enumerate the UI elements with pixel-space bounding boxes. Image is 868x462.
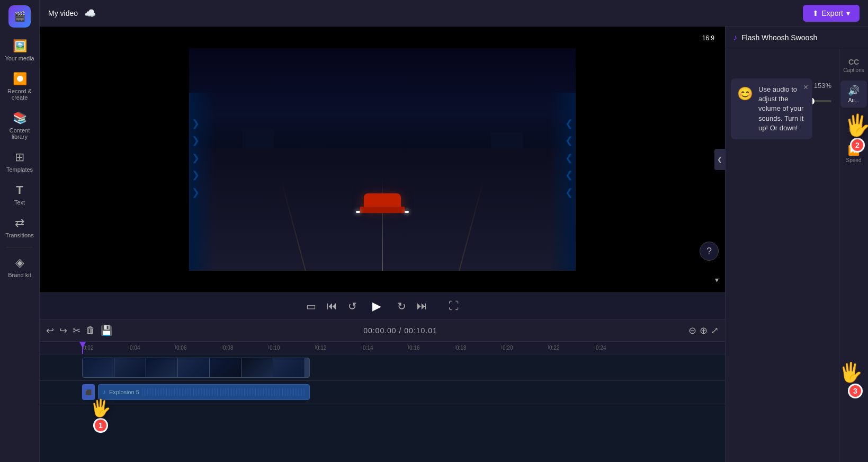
video-track-content[interactable]	[82, 354, 725, 380]
fast-forward-button[interactable]: ↻	[397, 300, 406, 313]
audio-clip-name: Explosion 5	[109, 389, 139, 395]
ruler-mark: 0:20	[502, 345, 548, 351]
clip-thumbnail-3	[146, 358, 178, 377]
timeline-time-display: 00:00.00 / 00:10.01	[118, 326, 683, 335]
sidebar-label-templates: Templates	[6, 166, 33, 173]
sidebar-label-transitions: Transitions	[5, 232, 33, 238]
zoom-out-button[interactable]: ⊖	[688, 325, 696, 336]
ruler-marks: 0:02 0:04 0:06 0:08 0:10 0:12 0:14 0:16 …	[82, 345, 683, 351]
sidebar-item-text[interactable]: T Text	[2, 179, 38, 210]
sidebar-item-brand-kit[interactable]: ◈ Brand kit	[2, 252, 38, 282]
road-scene: ❯❯❯❯❯ ❮❮❮❮❮	[189, 48, 576, 271]
tab-audio[interactable]: 🔊 Au...	[840, 81, 867, 108]
brand-kit-icon: ◈	[15, 256, 24, 270]
video-frame: ❯❯❯❯❯ ❮❮❮❮❮	[189, 48, 576, 271]
clip-thumbnail-6	[241, 358, 273, 377]
audio-clip-handle[interactable]: ⬛	[82, 384, 95, 400]
help-button[interactable]: ?	[700, 242, 719, 261]
clip-thumbnail-2	[114, 358, 146, 377]
audio-track-row: ⬛ ♪ Explosion 5	[40, 381, 725, 404]
cut-button[interactable]: ✂	[73, 325, 80, 336]
text-icon: T	[16, 183, 23, 197]
right-panel: ♪ Flash Whoosh Swoosh 😊 Use audio to adj…	[725, 26, 868, 462]
volume-percent: 153%	[814, 82, 831, 90]
audio-icon: 🔊	[848, 85, 860, 96]
timeline-tracks: ⬛ ♪ Explosion 5 🖐️	[40, 354, 725, 462]
step-badge-2: 2	[850, 138, 865, 153]
export-icon: ⬆	[812, 9, 819, 17]
undo-button[interactable]: ↩	[46, 325, 54, 336]
ruler-mark: 0:04	[129, 345, 175, 351]
video-clip[interactable]	[82, 358, 310, 378]
redo-button[interactable]: ↪	[59, 325, 67, 336]
video-track-row	[40, 354, 725, 381]
chevron-down-icon[interactable]: ▾	[715, 276, 719, 284]
rewind-button[interactable]: ↺	[348, 300, 357, 313]
right-panel-tabs: CC Captions 🔊 Au... 〰 Fa... ⏩ Speed	[839, 49, 868, 462]
main-area: My video ☁️ ⬆ Export ▾	[40, 0, 868, 462]
right-panel-content: 😊 Use audio to adjust the volume of your…	[726, 49, 839, 462]
clip-thumbnail-1	[83, 358, 114, 377]
audio-clip[interactable]: ♪ Explosion 5	[98, 384, 310, 400]
delete-button[interactable]: 🗑	[86, 325, 95, 336]
ruler-mark: 0:16	[408, 345, 455, 351]
templates-icon: ⊞	[15, 150, 24, 164]
cursor-hand-2: 🖐️	[844, 113, 868, 138]
transitions-icon: ⇄	[15, 216, 24, 230]
ruler-mark: 0:18	[455, 345, 502, 351]
record-create-icon: ⏺️	[13, 72, 27, 86]
audio-track-content[interactable]: ⬛ ♪ Explosion 5	[82, 381, 725, 404]
sidebar-item-content-library[interactable]: 📚 Content library	[2, 107, 38, 144]
clip-thumbnail-7	[273, 358, 305, 377]
ruler-mark: 0:02	[82, 345, 129, 351]
audio-waveform	[142, 388, 305, 396]
zoom-in-button[interactable]: ⊕	[700, 325, 708, 336]
ruler-mark: 0:06	[175, 345, 222, 351]
step-badge-3: 3	[848, 384, 863, 398]
video-container: ❯❯❯❯❯ ❮❮❮❮❮ 16:9 ? ▾ ❮	[40, 26, 725, 292]
music-note-icon: ♪	[103, 388, 106, 396]
timeline-ruler: 0:02 0:04 0:06 0:08 0:10 0:12 0:14 0:16 …	[40, 342, 725, 354]
sidebar-item-templates[interactable]: ⊞ Templates	[2, 146, 38, 177]
sidebar-item-transitions[interactable]: ⇄ Transitions	[2, 212, 38, 243]
skip-to-start-button[interactable]: ⏮	[327, 300, 337, 312]
project-title[interactable]: My video	[48, 9, 78, 17]
playhead[interactable]	[82, 342, 83, 354]
sidebar-item-your-media[interactable]: 🖼️ Your media	[2, 35, 38, 66]
tooltip-emoji: 😊	[737, 85, 753, 133]
fullscreen-button[interactable]: ⛶	[449, 300, 459, 312]
expand-timeline-button[interactable]: ⤢	[711, 325, 719, 336]
tab-captions[interactable]: CC Captions	[840, 54, 867, 77]
skip-to-end-button[interactable]: ⏭	[417, 300, 427, 312]
your-media-icon: 🖼️	[13, 39, 27, 53]
right-panel-header: ♪ Flash Whoosh Swoosh	[726, 26, 868, 49]
cursor-annotation-3: 🖐️ 3	[839, 361, 863, 398]
cloud-save-icon[interactable]: ☁️	[84, 7, 96, 19]
sidebar-label-brand-kit: Brand kit	[8, 272, 31, 278]
clip-thumbnail-4	[178, 358, 210, 377]
tooltip-close-button[interactable]: ×	[803, 82, 808, 93]
captions-label: Captions	[843, 67, 864, 73]
play-button[interactable]: ▶	[368, 297, 387, 316]
tooltip-text: Use audio to adjust the volume of your s…	[758, 85, 806, 133]
ruler-mark: 0:14	[362, 345, 408, 351]
caption-button[interactable]: ▭	[306, 300, 316, 313]
content-area: ❯❯❯❯❯ ❮❮❮❮❮ 16:9 ? ▾ ❮ ▭	[40, 26, 868, 462]
ruler-mark: 0:22	[548, 345, 595, 351]
topbar: My video ☁️ ⬆ Export ▾	[40, 0, 868, 26]
timeline-toolbar: ↩ ↪ ✂ 🗑 💾 00:00.00 / 00:10.01 ⊖ ⊕ ⤢	[40, 319, 725, 342]
expand-panel-button[interactable]: ❮	[714, 149, 725, 170]
sidebar-label-record-create: Record & create	[4, 88, 35, 101]
timeline-area: ↩ ↪ ✂ 🗑 💾 00:00.00 / 00:10.01 ⊖ ⊕ ⤢	[40, 319, 725, 462]
preview-area: ❯❯❯❯❯ ❮❮❮❮❮ 16:9 ? ▾ ❮ ▭	[40, 26, 725, 462]
zoom-controls: ⊖ ⊕ ⤢	[688, 325, 719, 336]
aspect-ratio-badge: 16:9	[698, 33, 719, 43]
sidebar: 🎬 🖼️ Your media ⏺️ Record & create 📚 Con…	[0, 0, 40, 462]
export-button[interactable]: ⬆ Export ▾	[803, 5, 860, 22]
export-chevron-icon: ▾	[846, 9, 850, 17]
audio-label: Au...	[848, 97, 860, 103]
ruler-mark: 0:10	[269, 345, 315, 351]
ruler-mark: 0:08	[222, 345, 269, 351]
save-to-clip-button[interactable]: 💾	[101, 325, 112, 336]
sidebar-item-record-create[interactable]: ⏺️ Record & create	[2, 68, 38, 105]
